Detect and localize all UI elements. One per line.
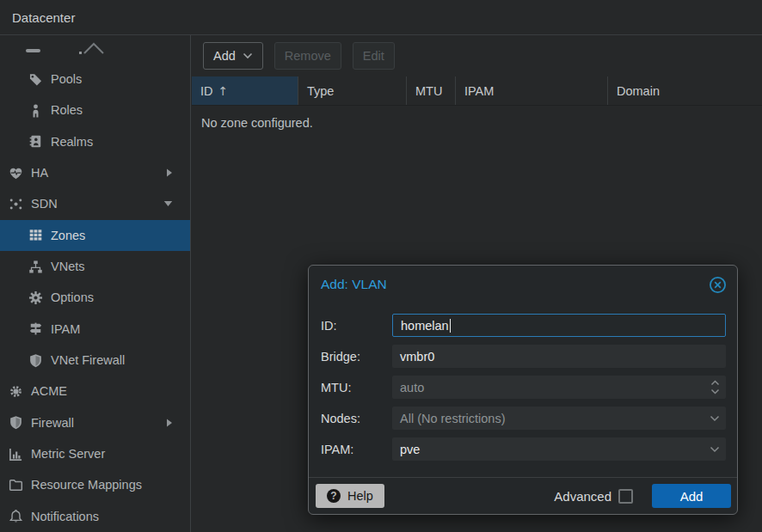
edit-button[interactable]: Edit [353,42,395,70]
bridge-input[interactable]: vmbr0 [392,345,726,368]
sidebar-item-label: VNet Firewall [51,353,125,367]
gear-icon [28,290,43,305]
spinner-buttons[interactable] [704,376,726,399]
question-mark-icon: ? [327,489,341,503]
nodes-field-label: Nodes: [321,412,392,425]
mtu-spinner[interactable]: auto [392,376,726,399]
grid-icon [28,228,43,242]
sidebar-item-vnets[interactable]: VNets [0,251,190,282]
chevron-down-icon [710,446,720,453]
column-label: ID [200,84,213,98]
sidebar-item-options[interactable]: Options [0,282,190,313]
submit-add-button[interactable]: Add [652,484,731,508]
tag-icon [28,72,43,87]
edit-button-label: Edit [363,49,384,63]
field-row-bridge: Bridge: vmbr0 [321,345,726,368]
sidebar-item-roles[interactable]: Roles [0,95,190,125]
sort-ascending-icon: ↑ [218,84,229,98]
help-button-label: Help [347,489,373,503]
sidebar-item-sdn[interactable]: SDN [0,188,190,219]
column-label: IPAM [464,84,494,98]
column-header-ipam[interactable]: IPAM [456,76,608,105]
column-header-domain[interactable]: Domain [608,76,762,105]
sidebar-item-label: VNets [51,260,85,273]
mtu-field-label: MTU: [321,381,392,394]
chevron-down-icon[interactable] [163,200,173,207]
remove-button[interactable]: Remove [274,42,341,70]
text-cursor [450,319,452,333]
map-signs-icon [28,321,43,336]
dialog-header[interactable]: Add: VLAN [309,266,737,303]
field-row-mtu: MTU: auto [321,376,726,399]
sidebar-item-label: Zones [51,229,85,242]
chevron-up-icon [83,41,105,55]
add-button[interactable]: Add [203,42,263,70]
dropdown-trigger[interactable] [704,407,726,430]
ipam-select[interactable]: pve [392,437,726,461]
sidebar-item-ipam[interactable]: IPAM [0,314,190,345]
column-header-id[interactable]: ID ↑ [192,76,298,105]
shield-icon [9,415,23,430]
partial-text-fragment [79,52,82,54]
page-title: Datacenter [12,10,75,25]
folder-icon [9,478,23,492]
column-label: Type [307,84,334,98]
sidebar-item-metric-server[interactable]: Metric Server [0,438,190,469]
id-input[interactable]: homelan [392,314,726,337]
chevron-right-icon[interactable] [166,168,173,178]
field-row-ipam: IPAM: pve [321,437,726,461]
sidebar-item-label: ACME [31,384,67,398]
chevron-right-icon[interactable] [166,418,173,427]
add-button-label: Add [213,49,236,63]
table-header: ID ↑ Type MTU IPAM Domain [192,76,762,106]
sidebar-item-label: SDN [31,197,58,211]
add-vlan-dialog: Add: VLAN ID: homelan Bridge: vmbr0 M [308,265,738,515]
column-header-mtu[interactable]: MTU [407,76,456,105]
column-header-type[interactable]: Type [298,76,407,105]
field-row-nodes: Nodes: All (No restrictions) [321,407,726,430]
sidebar-item-label: Firewall [31,416,74,430]
certificate-icon [9,384,23,399]
shield-icon [28,353,43,368]
field-row-id: ID: homelan [321,314,726,337]
sidebar-item-resource-mappings[interactable]: Resource Mappings [0,469,190,500]
remove-button-label: Remove [285,49,331,63]
sidebar-item-vnet-firewall[interactable]: VNet Firewall [0,345,190,376]
sidebar-item-firewall[interactable]: Firewall [0,407,190,438]
sidebar-item-label: Resource Mappings [31,478,142,492]
empty-table-message: No zone configured. [192,106,762,130]
chevron-down-icon [243,52,253,59]
sidebar-item-ha[interactable]: HA [0,157,190,188]
help-button[interactable]: ? Help [316,484,384,508]
bridge-input-value: vmbr0 [400,350,434,364]
sidebar-item-label: HA [31,166,48,180]
sidebar-item-pools[interactable]: Pools [0,64,190,95]
dialog-body: ID: homelan Bridge: vmbr0 MTU: auto [309,303,737,461]
sidebar-item-partial[interactable] [0,35,190,64]
sidebar-item-label: Pools [51,72,82,86]
advanced-checkbox[interactable] [618,489,633,504]
sidebar-item-acme[interactable]: ACME [0,376,190,407]
submit-add-label: Add [680,489,704,504]
app-window: Datacenter Pools Roles Realms HA SDN [0,0,762,532]
spinner-up-icon[interactable] [710,380,720,386]
user-icon [28,103,43,118]
ipam-field-label: IPAM: [321,443,392,456]
spinner-down-icon[interactable] [710,388,720,394]
nodes-select[interactable]: All (No restrictions) [392,407,726,430]
close-button[interactable] [709,276,727,294]
sidebar-item-label: IPAM [51,322,80,336]
sidebar-item-realms[interactable]: Realms [0,126,190,157]
mtu-placeholder: auto [400,381,424,394]
nodes-placeholder: All (No restrictions) [400,412,505,425]
partial-icon-fragment [26,49,40,52]
dropdown-trigger[interactable] [704,437,726,461]
sitemap-icon [28,260,43,274]
sidebar-item-label: Options [51,290,94,304]
advanced-label: Advanced [554,489,611,504]
column-label: Domain [617,84,660,98]
bar-chart-icon [9,447,23,462]
sidebar-item-notifications[interactable]: Notifications [0,501,190,532]
sidebar-item-zones[interactable]: Zones [0,220,190,251]
dialog-footer: ? Help Advanced Add [309,477,737,514]
